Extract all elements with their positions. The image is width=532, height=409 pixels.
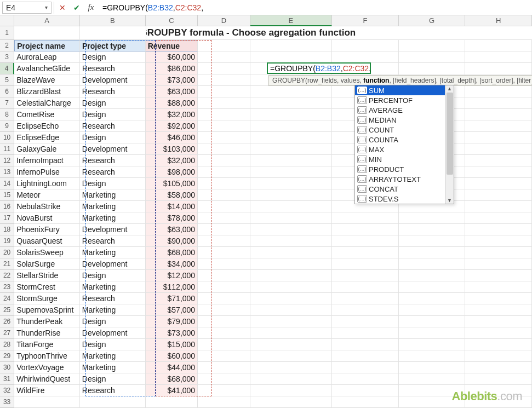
cell-c33[interactable] — [146, 396, 198, 408]
cell-c22[interactable]: $12,000 — [146, 270, 198, 281]
column-header-f[interactable]: F — [332, 15, 399, 26]
cell-e18[interactable] — [250, 224, 333, 235]
cell-c15[interactable]: $58,000 — [146, 189, 198, 201]
cell-e23[interactable] — [250, 281, 333, 293]
cell-e26[interactable] — [250, 316, 333, 327]
cell-a21[interactable]: SolarSurge — [14, 258, 80, 270]
cell-h20[interactable] — [465, 247, 532, 258]
cell-e10[interactable] — [250, 132, 333, 143]
cell-c10[interactable]: $46,000 — [146, 132, 198, 143]
cell-a16[interactable]: NebulaStrike — [14, 201, 80, 212]
cell-b31[interactable]: Design — [80, 373, 146, 385]
cell-b25[interactable]: Marketing — [80, 304, 146, 316]
cell-b24[interactable]: Research — [80, 293, 146, 304]
row-header-32[interactable]: 32 — [0, 385, 14, 396]
cell-g23[interactable] — [399, 281, 466, 293]
cell-b4[interactable]: Research — [80, 63, 146, 74]
cell-a10[interactable]: EclipseEdge — [14, 132, 80, 143]
cell-h28[interactable] — [465, 339, 532, 350]
cell-e2[interactable] — [250, 40, 333, 51]
scroll-thumb[interactable] — [447, 93, 453, 175]
cell-h2[interactable] — [465, 40, 532, 51]
cell-d13[interactable] — [198, 166, 250, 178]
cell-h14[interactable] — [465, 178, 532, 189]
cell-g28[interactable] — [399, 339, 466, 350]
cell-b19[interactable]: Research — [80, 235, 146, 247]
cell-h29[interactable] — [465, 350, 532, 362]
cell-f25[interactable] — [332, 304, 399, 316]
cell-c18[interactable]: $63,000 — [146, 224, 198, 235]
row-header-27[interactable]: 27 — [0, 327, 14, 339]
cell-a23[interactable]: StormCrest — [14, 281, 80, 293]
cell-d24[interactable] — [198, 293, 250, 304]
cell-c30[interactable]: $44,000 — [146, 362, 198, 373]
cell-c13[interactable]: $98,000 — [146, 166, 198, 178]
cell-h11[interactable] — [465, 143, 532, 155]
row-header-18[interactable]: 18 — [0, 224, 14, 235]
cell-e3[interactable] — [250, 51, 333, 63]
cell-c25[interactable]: $57,000 — [146, 304, 198, 316]
cell-a13[interactable]: InfernoPulse — [14, 166, 80, 178]
cell-a12[interactable]: InfernoImpact — [14, 155, 80, 166]
cell-d25[interactable] — [198, 304, 250, 316]
cell-d10[interactable] — [198, 132, 250, 143]
cell-a28[interactable]: TitanForge — [14, 339, 80, 350]
cell-d5[interactable] — [198, 74, 250, 86]
cell-d26[interactable] — [198, 316, 250, 327]
row-header-13[interactable]: 13 — [0, 166, 14, 178]
cell-b16[interactable]: Marketing — [80, 201, 146, 212]
cell-a5[interactable]: BlazeWave — [14, 74, 80, 86]
row-header-9[interactable]: 9 — [0, 120, 14, 132]
cell-d14[interactable] — [198, 178, 250, 189]
cell-c27[interactable]: $73,000 — [146, 327, 198, 339]
cell-c21[interactable]: $34,000 — [146, 258, 198, 270]
cell-d12[interactable] — [198, 155, 250, 166]
cell-b30[interactable]: Marketing — [80, 362, 146, 373]
cell-g30[interactable] — [399, 362, 466, 373]
title-cell[interactable]: Excel GROUPBY formula - Choose agregatio… — [146, 26, 533, 40]
cell-a19[interactable]: QuasarQuest — [14, 235, 80, 247]
cell-e12[interactable] — [250, 155, 333, 166]
formula-input[interactable]: =GROUPBY(B2:B32, C2:C32, — [99, 2, 532, 14]
cell-c23[interactable]: $112,000 — [146, 281, 198, 293]
cell-e22[interactable] — [250, 270, 333, 281]
cell-e14[interactable] — [250, 178, 333, 189]
cell-g4[interactable] — [399, 63, 466, 74]
cell-f28[interactable] — [332, 339, 399, 350]
cell-f32[interactable] — [332, 385, 399, 396]
cell-a7[interactable]: CelestialCharge — [14, 97, 80, 109]
cell-h3[interactable] — [465, 51, 532, 63]
cell-d27[interactable] — [198, 327, 250, 339]
cell-b32[interactable]: Research — [80, 385, 146, 396]
cell-h6[interactable] — [465, 86, 532, 97]
cell-d20[interactable] — [198, 247, 250, 258]
cell-e27[interactable] — [250, 327, 333, 339]
cell-c6[interactable]: $63,000 — [146, 86, 198, 97]
cell-h4[interactable] — [465, 63, 532, 74]
cell-d23[interactable] — [198, 281, 250, 293]
dropdown-item-percentof[interactable]: (…)PERCENTOF — [355, 95, 445, 105]
dropdown-item-product[interactable]: (…)PRODUCT — [355, 164, 445, 174]
cell-b5[interactable]: Development — [80, 74, 146, 86]
cell-b14[interactable]: Design — [80, 178, 146, 189]
row-header-28[interactable]: 28 — [0, 339, 14, 350]
select-all-corner[interactable] — [0, 15, 14, 26]
cell-g2[interactable] — [399, 40, 466, 51]
row-header-1[interactable]: 1 — [0, 26, 14, 40]
row-header-7[interactable]: 7 — [0, 97, 14, 109]
cell-d32[interactable] — [198, 385, 250, 396]
cell-f3[interactable] — [332, 51, 399, 63]
row-header-2[interactable]: 2 — [0, 40, 14, 51]
cell-d16[interactable] — [198, 201, 250, 212]
row-header-17[interactable]: 17 — [0, 212, 14, 224]
dropdown-scrollbar[interactable]: ▲ ▼ — [445, 85, 454, 204]
row-header-23[interactable]: 23 — [0, 281, 14, 293]
cell-c5[interactable]: $73,000 — [146, 74, 198, 86]
cell-a31[interactable]: WhirlwindQuest — [14, 373, 80, 385]
header-revenue[interactable]: Revenue — [146, 40, 198, 51]
row-header-3[interactable]: 3 — [0, 51, 14, 63]
cell-d19[interactable] — [198, 235, 250, 247]
name-box[interactable]: E4 ▾ — [2, 2, 52, 14]
cell-b21[interactable]: Development — [80, 258, 146, 270]
row-header-21[interactable]: 21 — [0, 258, 14, 270]
